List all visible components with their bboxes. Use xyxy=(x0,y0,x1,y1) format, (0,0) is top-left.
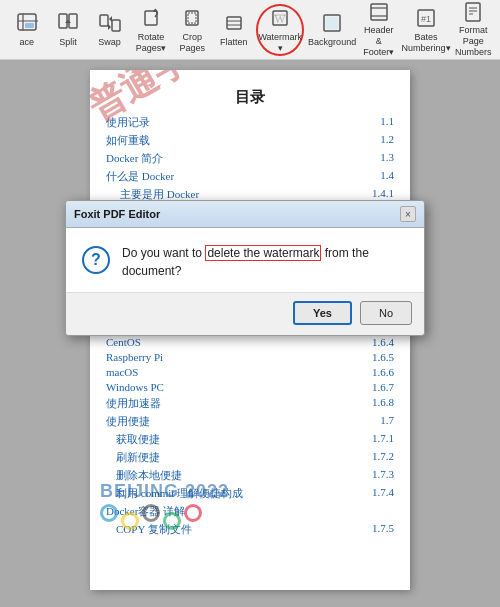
dialog-message-highlight: delete the watermark xyxy=(205,245,321,261)
dialog-body: ? Do you want to delete the watermark fr… xyxy=(66,228,424,292)
dialog-box: Foxit PDF Editor × ? Do you want to dele… xyxy=(65,200,425,336)
dialog-message-before: Do you want to xyxy=(122,246,205,260)
yes-button[interactable]: Yes xyxy=(293,301,352,325)
dialog-titlebar: Foxit PDF Editor × xyxy=(66,201,424,228)
dialog-message: Do you want to delete the watermark from… xyxy=(122,244,408,280)
dialog-title: Foxit PDF Editor xyxy=(74,208,160,220)
dialog-close-button[interactable]: × xyxy=(400,206,416,222)
dialog-overlay: Foxit PDF Editor × ? Do you want to dele… xyxy=(0,0,500,607)
no-button[interactable]: No xyxy=(360,301,412,325)
question-icon: ? xyxy=(82,246,110,274)
dialog-footer: Yes No xyxy=(66,292,424,335)
close-icon: × xyxy=(405,209,411,220)
